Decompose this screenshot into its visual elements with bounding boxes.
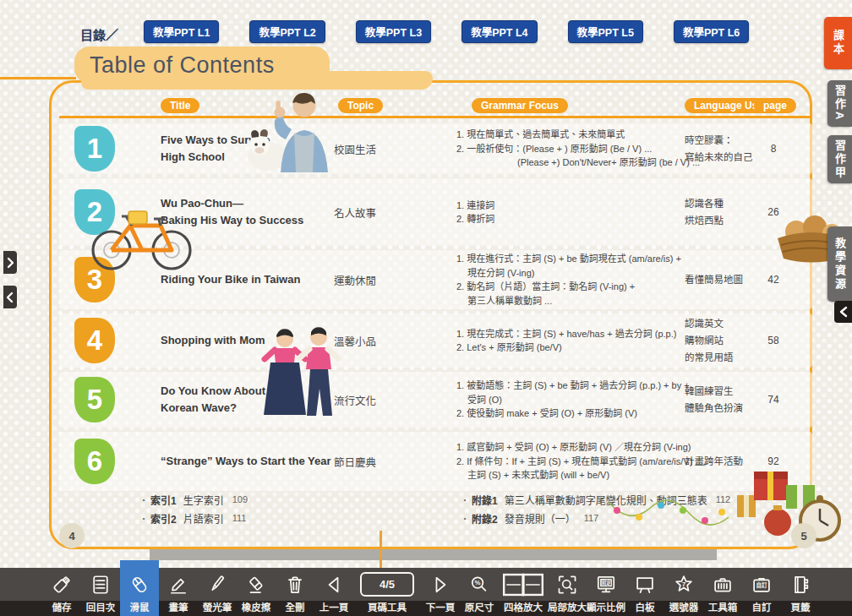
lesson-title: Five Ways to SurviveHigh School [161, 132, 334, 166]
tool-label: 畫筆 [169, 601, 188, 616]
tool-prev-triangle[interactable]: 上一頁 [314, 568, 353, 616]
tool-contents-list[interactable]: 回目次 [81, 568, 120, 616]
tool-label: 頁碼工具 [368, 601, 407, 616]
right-collapse-handle[interactable] [834, 301, 852, 323]
lesson-number-badge: 2 [74, 189, 115, 235]
custom-box-icon: 自訂 [751, 568, 773, 601]
pen-icon [167, 568, 189, 601]
bullet-icon: ・ [139, 493, 148, 506]
tool-next-triangle[interactable]: 下一頁 [421, 568, 460, 616]
lesson-language-use: 時空膠囊：寫給未來的自己 [685, 132, 761, 166]
prev-triangle-icon [323, 568, 345, 601]
lesson-number-badge: 5 [74, 377, 115, 422]
lesson-grammar-focus: 1. 現在簡單式、過去簡單式、未來簡單式2. 一般祈使句：(Please + )… [456, 128, 685, 170]
tool-star-number[interactable]: 7選號器 [664, 568, 703, 616]
bullet-icon: ・ [139, 512, 148, 525]
lesson-language-use: 看懂簡易地圖 [685, 271, 761, 288]
teaching-ppt-button[interactable]: 教學PPT L3 [356, 20, 431, 43]
tool-label: 儲存 [52, 601, 72, 616]
lesson-topic: 名人故事 [334, 204, 456, 221]
tool-usb-save[interactable]: 儲存 [42, 568, 81, 616]
zoom-percent-icon: % [468, 568, 490, 601]
tool-label: 滑鼠 [130, 601, 150, 616]
teaching-ppt-button[interactable]: 教學PPT L1 [144, 20, 219, 43]
side-tab-1[interactable]: 課本 [824, 17, 852, 69]
page-box-icon: 4/5 [360, 568, 414, 601]
lesson-language-use: 認識英文購物網站的常見用語 [685, 315, 761, 366]
page-tab-icon [789, 568, 811, 601]
lesson-topic: 運動休閒 [334, 272, 456, 288]
area-zoom-icon [556, 568, 578, 601]
side-tab-3[interactable]: 習作甲 [827, 135, 852, 183]
tool-page-box[interactable]: 4/5頁碼工具 [353, 568, 421, 616]
star-number-icon: 7 [673, 568, 695, 601]
tool-zoom-percent[interactable]: %原尺寸 [460, 568, 499, 616]
lesson-page-number: 58 [761, 335, 786, 346]
teaching-ppt-button[interactable]: 教學PPT L6 [674, 20, 749, 43]
tool-pen[interactable]: 畫筆 [159, 568, 198, 616]
left-expand-handle[interactable] [3, 251, 17, 274]
lesson-title: Do You Know About theKorean Wave? [161, 383, 334, 417]
lesson-topic: 流行文化 [334, 392, 456, 408]
chevron-left-icon [838, 306, 849, 318]
tool-label: 選號器 [669, 601, 699, 616]
tool-label: 全刪 [286, 601, 305, 616]
mouse-icon [128, 568, 150, 601]
tool-display-ratio[interactable]: 固定顯示比例 [587, 568, 625, 616]
lesson-title: Riding Your Bike in Taiwan [161, 271, 334, 288]
tool-label: 白板 [636, 601, 655, 616]
lesson-grammar-focus: 1. 現在完成式：主詞 (S) + have/has + 過去分詞 (p.p.)… [456, 327, 685, 355]
toc-accent-line [0, 77, 76, 79]
left-collapse-handle[interactable] [3, 286, 17, 308]
teaching-ppt-button[interactable]: 教學PPT L5 [568, 20, 643, 43]
bullet-icon: ・ [461, 512, 469, 525]
lesson-grammar-focus: 1. 現在進行式：主詞 (S) + be 動詞現在式 (am/are/is) +… [456, 252, 685, 308]
tool-page-tab[interactable]: 頁籤 [781, 568, 820, 616]
side-tab-2[interactable]: 習作A [827, 80, 852, 127]
tool-area-zoom[interactable]: 局部放大 [548, 568, 587, 616]
lesson-page-number: 42 [761, 274, 786, 286]
tool-whiteboard[interactable]: 白板 [625, 568, 664, 616]
tool-label: 螢光筆 [203, 601, 232, 616]
tool-mouse[interactable]: 滑鼠 [120, 568, 159, 616]
page-title: Table of Contents [90, 52, 275, 79]
tool-four-grid[interactable]: 四格放大 [499, 568, 548, 616]
lesson-row: 6“Strange” Ways to Start the Year節日慶典1. … [59, 432, 812, 491]
tool-trash[interactable]: 全刪 [276, 568, 314, 616]
page-indicator[interactable]: 4/5 [360, 572, 414, 597]
index-entry: ・索引1生字索引109 [139, 490, 248, 509]
lesson-grammar-focus: 1. 連接詞2. 轉折詞 [456, 199, 685, 226]
contents-list-icon [90, 568, 112, 601]
toolbox-icon [712, 568, 734, 601]
tool-label: 橡皮擦 [242, 601, 271, 616]
lesson-row: 5Do You Know About theKorean Wave?流行文化1.… [59, 372, 812, 428]
tool-custom-box[interactable]: 自訂自訂 [742, 568, 781, 616]
svg-text:%: % [475, 579, 481, 586]
index-entry: ・附錄1第三人稱單數動詞字尾變化規則、動詞三態表112 [461, 490, 730, 509]
tool-label: 回目次 [86, 601, 116, 616]
index-entry: ・附錄2發音規則（一）117 [461, 509, 730, 527]
bottom-panel-edge [150, 549, 717, 560]
lesson-language-use: 韓國練習生體驗角色扮演 [685, 383, 761, 417]
teaching-ppt-button[interactable]: 教學PPT L4 [462, 20, 537, 43]
lesson-number-badge: 6 [74, 439, 115, 484]
whiteboard-icon [634, 568, 656, 601]
lesson-page-number: 74 [761, 394, 786, 406]
teaching-ppt-button[interactable]: 教學PPT L2 [249, 20, 325, 43]
tool-label: 顯示比例 [587, 601, 625, 616]
tool-highlighter[interactable]: 螢光筆 [198, 568, 237, 616]
ppt-button-bar: 教學PPT L1教學PPT L2教學PPT L3教學PPT L4教學PPT L5… [144, 20, 749, 43]
lesson-grammar-focus: 1. 被動語態：主詞 (S) + be 動詞 + 過去分詞 (p.p.) + b… [456, 379, 685, 421]
side-tab-4[interactable]: 教學資源 [827, 226, 852, 302]
lesson-number-badge: 4 [74, 318, 115, 363]
eraser-icon [245, 568, 267, 601]
bottom-toolbar: 儲存回目次滑鼠畫筆螢光筆橡皮擦全刪上一頁4/5頁碼工具下一頁%原尺寸四格放大局部… [0, 568, 852, 616]
tool-toolbox[interactable]: 工具箱 [703, 568, 742, 616]
tool-label: 原尺寸 [465, 601, 494, 616]
index-entry: ・索引2片語索引111 [139, 509, 248, 527]
lesson-page-number: 8 [761, 143, 786, 155]
trash-icon [284, 568, 306, 601]
tool-eraser[interactable]: 橡皮擦 [237, 568, 276, 616]
chevron-right-icon [6, 257, 14, 269]
ebook-reader: 目錄／ Table of Contents 教學PPT L1教學PPT L2教學… [0, 0, 852, 616]
